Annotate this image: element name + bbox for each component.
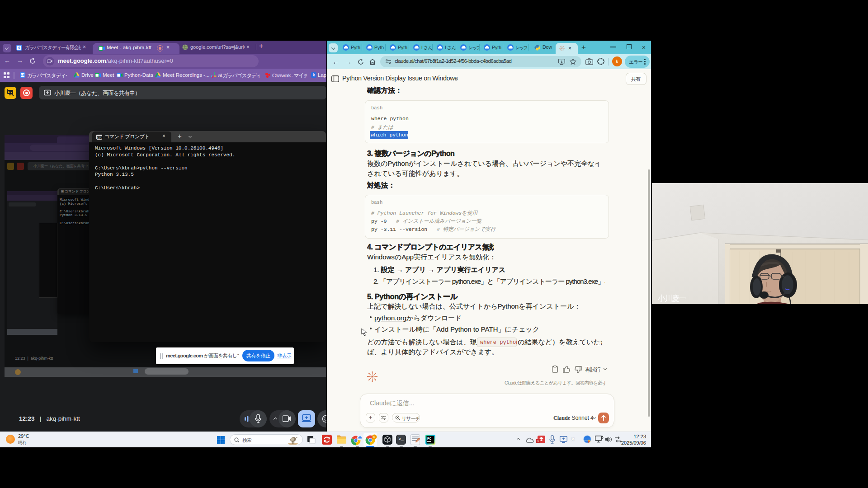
svg-text:C:\: C:\ — [97, 136, 102, 140]
svg-text:k: k — [373, 435, 375, 439]
svg-text:PC: PC — [427, 437, 431, 440]
svg-text:小川慶一: 小川慶一 — [657, 294, 686, 303]
